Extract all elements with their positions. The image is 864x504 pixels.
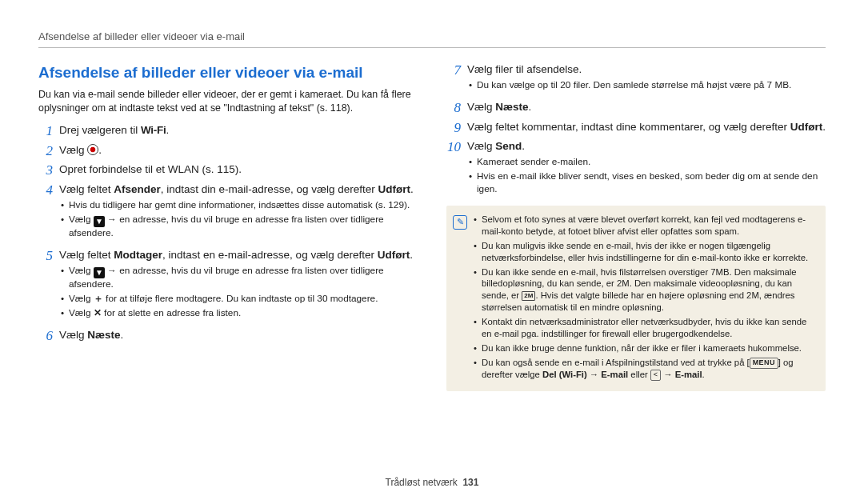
- step-text: Vælg feltet: [59, 183, 114, 195]
- share-button-icon: <: [650, 370, 661, 381]
- note-text: Du kan også sende en e-mail i Afspilning…: [482, 358, 750, 367]
- plus-icon: ＋: [94, 293, 103, 304]
- chevron-down-icon: ▼: [94, 267, 105, 278]
- note-item: Du kan også sende en e-mail i Afspilning…: [474, 357, 816, 381]
- arrow: →: [587, 370, 602, 379]
- step-5-bullets: Vælg ▼ → en adresse, hvis du vil bruge e…: [59, 265, 418, 320]
- step-text: Vælg: [59, 329, 87, 341]
- bullet-item: Kameraet sender e-mailen.: [467, 156, 826, 169]
- step-7-bullets: Du kan vælge op til 20 filer. Den samled…: [467, 79, 826, 92]
- camera-mode-icon: [87, 144, 98, 155]
- bold-done: Udført: [790, 121, 823, 133]
- chevron-down-icon: ▼: [94, 216, 105, 227]
- step-number: 9: [446, 120, 461, 136]
- section-title: Afsendelse af billeder eller videoer via…: [38, 62, 418, 83]
- step-8: 8 Vælg Næste.: [446, 100, 826, 116]
- step-10: 10 Vælg Send. Kameraet sender e-mailen. …: [446, 139, 826, 201]
- note-text-end: .: [702, 370, 705, 379]
- manual-page: Afsendelse af billeder eller videoer via…: [0, 0, 864, 504]
- step-number: 3: [38, 162, 53, 178]
- bullet-item: Du kan vælge op til 20 filer. Den samled…: [467, 79, 826, 92]
- step-number: 5: [38, 248, 53, 325]
- breadcrumb: Afsendelse af billeder eller videoer via…: [38, 30, 826, 48]
- step-text-end: .: [121, 329, 124, 341]
- step-text-end: .: [166, 124, 169, 136]
- step-5: 5 Vælg feltet Modtager, indtast en e-mai…: [38, 248, 418, 325]
- step-10-bullets: Kameraet sender e-mailen. Hvis en e-mail…: [467, 156, 826, 196]
- step-text: Vælg: [467, 140, 495, 152]
- step-text-end: .: [98, 144, 102, 156]
- note-item: Selvom et foto synes at være blevet over…: [474, 214, 816, 238]
- section-intro: Du kan via e-mail sende billeder eller v…: [38, 88, 418, 115]
- note-item: Du kan muligvis ikke sende en e-mail, hv…: [474, 240, 816, 264]
- step-text: Vælg feltet kommentar, indtast dine komm…: [467, 121, 790, 133]
- step-number: 6: [38, 328, 53, 344]
- bold-recipient: Modtager: [114, 249, 162, 261]
- content-columns: Afsendelse af billeder eller videoer via…: [38, 62, 826, 472]
- step-text: Vælg feltet: [59, 249, 114, 261]
- note-list: Selvom et foto synes at være blevet over…: [474, 214, 816, 383]
- page-number: 131: [462, 477, 478, 488]
- step-9: 9 Vælg feltet kommentar, indtast dine ko…: [446, 120, 826, 136]
- note-item: Du kan ikke sende en e-mail, hvis filstø…: [474, 266, 816, 314]
- step-text: Opret forbindelse til et WLAN (s. 115).: [59, 162, 418, 177]
- right-column: 7 Vælg filer til afsendelse. Du kan vælg…: [446, 62, 826, 472]
- note-text: eller: [628, 370, 650, 379]
- step-3: 3 Opret forbindelse til et WLAN (s. 115)…: [38, 162, 418, 178]
- step-text: Drej vælgeren til: [59, 124, 141, 136]
- step-text: , indtast din e-mail-adresse, og vælg de…: [161, 183, 378, 195]
- step-text: Vælg: [467, 101, 495, 113]
- step-text: Vælg: [59, 144, 87, 156]
- step-4-bullets: Hvis du tidligere har gemt dine informat…: [59, 199, 418, 240]
- arrow: →: [661, 370, 675, 379]
- bold-next: Næste: [87, 329, 120, 341]
- step-text: Vælg filer til afsendelse.: [467, 62, 826, 77]
- step-text-end: .: [410, 249, 413, 261]
- wifi-label: Wi-Fi: [141, 124, 166, 136]
- close-icon: ✕: [94, 307, 102, 318]
- bullet-item: Hvis en e-mail ikke bliver sendt, vises …: [467, 170, 826, 196]
- step-text: , indtast en e-mail-adresse, og vælg der…: [162, 249, 378, 261]
- footer-section: Trådløst netværk: [386, 477, 458, 488]
- note-icon: ✎: [453, 215, 467, 230]
- bullet-item: Hvis du tidligere har gemt dine informat…: [59, 199, 418, 212]
- page-footer: Trådløst netværk 131: [38, 472, 826, 488]
- bold-done: Udført: [378, 249, 410, 261]
- step-number: 1: [38, 123, 53, 139]
- bold-email: E-mail: [601, 370, 628, 379]
- step-text-end: .: [822, 121, 826, 133]
- step-6: 6 Vælg Næste.: [38, 328, 418, 344]
- bold-email: E-mail: [675, 370, 702, 379]
- note-item: Du kan ikke bruge denne funktion, når de…: [474, 342, 816, 354]
- step-7: 7 Vælg filer til afsendelse. Du kan vælg…: [446, 62, 826, 97]
- bullet-item: Vælg ✕ for at slette en adresse fra list…: [59, 307, 418, 320]
- menu-button-icon: MENU: [750, 358, 778, 369]
- bold-next: Næste: [495, 101, 528, 113]
- bullet-item: Vælg ＋ for at tilføje flere modtagere. D…: [59, 293, 418, 306]
- bullet-item: Vælg ▼ → en adresse, hvis du vil bruge e…: [59, 214, 418, 240]
- step-number: 4: [38, 182, 53, 245]
- step-text-end: .: [522, 140, 525, 152]
- step-number: 10: [446, 139, 461, 201]
- note-box: ✎ Selvom et foto synes at være blevet ov…: [446, 206, 826, 391]
- steps-list-left: 1 Drej vælgeren til Wi-Fi. 2 Vælg . 3 Op…: [38, 123, 418, 344]
- step-number: 7: [446, 62, 461, 97]
- note-item: Kontakt din netværksadministrator eller …: [474, 316, 816, 340]
- step-1: 1 Drej vælgeren til Wi-Fi.: [38, 123, 418, 139]
- left-column: Afsendelse af billeder eller videoer via…: [38, 62, 418, 472]
- step-text-end: .: [410, 183, 414, 195]
- bold-sender: Afsender: [114, 183, 161, 195]
- bold-send: Send: [495, 140, 522, 152]
- steps-list-right: 7 Vælg filer til afsendelse. Du kan vælg…: [446, 62, 826, 201]
- step-text-end: .: [529, 101, 532, 113]
- bold-share-wifi: Del (Wi-Fi): [542, 370, 587, 379]
- step-2: 2 Vælg .: [38, 143, 418, 159]
- step-number: 2: [38, 143, 53, 159]
- bold-done: Udført: [378, 183, 410, 195]
- step-4: 4 Vælg feltet Afsender, indtast din e-ma…: [38, 182, 418, 245]
- resolution-2m-icon: 2M: [522, 291, 535, 301]
- step-number: 8: [446, 100, 461, 116]
- bullet-item: Vælg ▼ → en adresse, hvis du vil bruge e…: [59, 265, 418, 291]
